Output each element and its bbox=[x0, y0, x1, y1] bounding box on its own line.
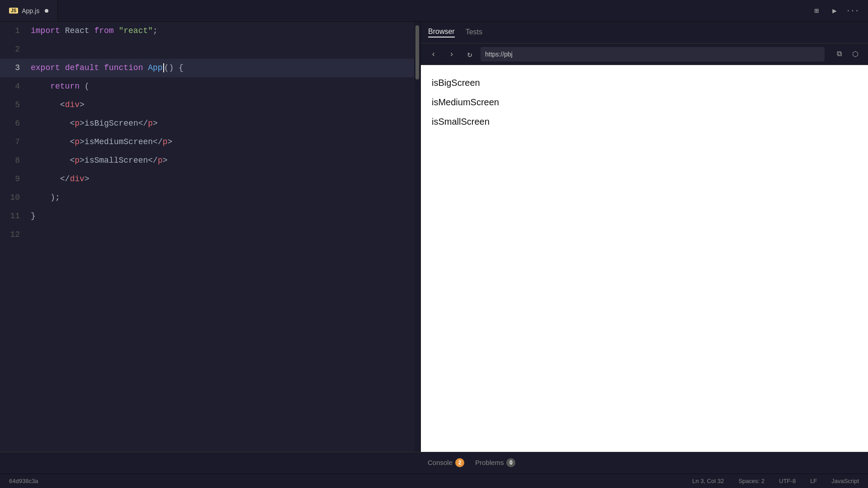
token: from bbox=[94, 26, 118, 35]
line-code-9[interactable]: </div> bbox=[31, 170, 420, 188]
line-number-12: 12 bbox=[0, 225, 31, 244]
code-line-8: 8 <p>isSmallScreen</p> bbox=[0, 151, 420, 170]
cursor-position[interactable]: Ln 3, Col 32 bbox=[692, 478, 724, 484]
tab-bar: JS App.js ⊞ ▶ ··· bbox=[0, 0, 868, 22]
status-bar: 64d938c3a Ln 3, Col 32 Spaces: 2 UTF-8 L… bbox=[0, 474, 868, 488]
language-mode[interactable]: JavaScript bbox=[831, 478, 859, 484]
line-code-5[interactable]: <div> bbox=[31, 96, 420, 114]
token: > bbox=[168, 137, 173, 146]
token: p bbox=[75, 137, 80, 146]
more-menu-button[interactable]: ··· bbox=[844, 3, 861, 19]
token bbox=[31, 119, 70, 128]
problems-tab[interactable]: Problems 0 bbox=[475, 458, 515, 468]
scrollbar-thumb[interactable] bbox=[415, 25, 419, 80]
token: </ bbox=[148, 156, 158, 165]
token bbox=[31, 100, 60, 109]
layout-toggle-button[interactable]: ⊞ bbox=[808, 3, 825, 19]
tab-tests[interactable]: Tests bbox=[466, 28, 482, 37]
token bbox=[31, 82, 50, 91]
browser-item-2: isSmallScreen bbox=[432, 117, 857, 127]
js-badge: JS bbox=[9, 8, 18, 14]
token: import bbox=[31, 26, 65, 35]
code-line-6: 6 <p>isBigScreen</p> bbox=[0, 114, 420, 133]
line-code-6[interactable]: <p>isBigScreen</p> bbox=[31, 114, 420, 133]
problems-badge: 0 bbox=[506, 458, 515, 467]
code-line-4: 4 return ( bbox=[0, 77, 420, 96]
code-line-12: 12 bbox=[0, 225, 420, 244]
code-line-10: 10 ); bbox=[0, 188, 420, 207]
token bbox=[31, 156, 70, 165]
editor-pane[interactable]: 1import React from "react";23export defa… bbox=[0, 22, 420, 452]
bottom-bar: Console 2 Problems 0 bbox=[420, 452, 868, 474]
token: ); bbox=[31, 193, 60, 202]
line-code-7[interactable]: <p>isMediumScreen</p> bbox=[31, 133, 420, 151]
line-number-11: 11 bbox=[0, 207, 31, 225]
token: isBigScreen bbox=[85, 119, 138, 128]
editor-tab-appjs[interactable]: JS App.js bbox=[0, 0, 58, 21]
open-external-button[interactable]: ⬡ bbox=[848, 47, 863, 61]
token: } bbox=[31, 211, 36, 221]
play-button[interactable]: ▶ bbox=[826, 3, 843, 19]
token: < bbox=[70, 137, 75, 146]
browser-item-1: isMediumScreen bbox=[432, 97, 857, 108]
token: p bbox=[163, 137, 168, 146]
tab-filename: App.js bbox=[22, 7, 39, 14]
browser-toolbar-icons: ⧉ ⬡ bbox=[832, 47, 863, 61]
token: () { bbox=[164, 63, 184, 72]
code-line-7: 7 <p>isMediumScreen</p> bbox=[0, 133, 420, 151]
line-number-8: 8 bbox=[0, 151, 31, 170]
git-hash: 64d938c3a bbox=[9, 478, 38, 484]
token: p bbox=[148, 119, 153, 128]
back-button[interactable]: ‹ bbox=[426, 47, 441, 61]
token: p bbox=[158, 156, 163, 165]
token: return bbox=[50, 82, 85, 91]
spaces-setting[interactable]: Spaces: 2 bbox=[738, 478, 764, 484]
url-bar[interactable]: https://pbj bbox=[481, 47, 825, 61]
line-number-1: 1 bbox=[0, 22, 31, 40]
line-code-11[interactable]: } bbox=[31, 207, 420, 225]
line-code-2[interactable] bbox=[31, 40, 420, 59]
tab-browser[interactable]: Browser bbox=[428, 28, 455, 38]
line-code-4[interactable]: return ( bbox=[31, 77, 420, 96]
forward-button[interactable]: › bbox=[444, 47, 459, 61]
encoding[interactable]: UTF-8 bbox=[779, 478, 796, 484]
token: export bbox=[31, 63, 65, 72]
code-editor[interactable]: 1import React from "react";23export defa… bbox=[0, 22, 420, 452]
code-line-5: 5 <div> bbox=[0, 96, 420, 114]
line-ending[interactable]: LF bbox=[810, 478, 817, 484]
token: > bbox=[153, 119, 158, 128]
token: function bbox=[104, 63, 148, 72]
line-number-10: 10 bbox=[0, 188, 31, 207]
copy-url-button[interactable]: ⧉ bbox=[832, 47, 846, 61]
token: default bbox=[65, 63, 104, 72]
token: ( bbox=[85, 82, 90, 91]
line-code-3[interactable]: export default function App() { bbox=[31, 59, 420, 77]
console-tab-label: Console bbox=[428, 459, 453, 466]
line-number-4: 4 bbox=[0, 77, 31, 96]
line-code-8[interactable]: <p>isSmallScreen</p> bbox=[31, 151, 420, 170]
line-number-3: 3 bbox=[0, 59, 31, 77]
token: > bbox=[80, 156, 85, 165]
browser-item-0: isBigScreen bbox=[432, 78, 857, 88]
token: isMediumScreen bbox=[85, 137, 153, 146]
line-number-9: 9 bbox=[0, 170, 31, 188]
bottom-area: Console 2 Problems 0 bbox=[0, 452, 868, 474]
token: div bbox=[70, 174, 84, 183]
token bbox=[31, 174, 60, 183]
refresh-button[interactable]: ↻ bbox=[462, 47, 477, 61]
browser-pane: Browser Tests ‹ › ↻ https://pbj ⧉ ⬡ isBi… bbox=[420, 22, 868, 452]
code-line-1: 1import React from "react"; bbox=[0, 22, 420, 40]
editor-bottom-spacer bbox=[0, 452, 420, 474]
tab-actions: ⊞ ▶ ··· bbox=[808, 3, 868, 19]
token: < bbox=[70, 156, 75, 165]
browser-tabs: Browser Tests bbox=[421, 22, 868, 43]
scrollbar-gutter[interactable] bbox=[414, 22, 420, 452]
line-code-12[interactable] bbox=[31, 225, 420, 244]
token: < bbox=[60, 100, 65, 109]
line-number-6: 6 bbox=[0, 114, 31, 133]
token: div bbox=[65, 100, 80, 109]
line-code-10[interactable]: ); bbox=[31, 188, 420, 207]
line-code-1[interactable]: import React from "react"; bbox=[31, 22, 420, 40]
console-tab[interactable]: Console 2 bbox=[428, 458, 464, 468]
token: > bbox=[80, 137, 85, 146]
